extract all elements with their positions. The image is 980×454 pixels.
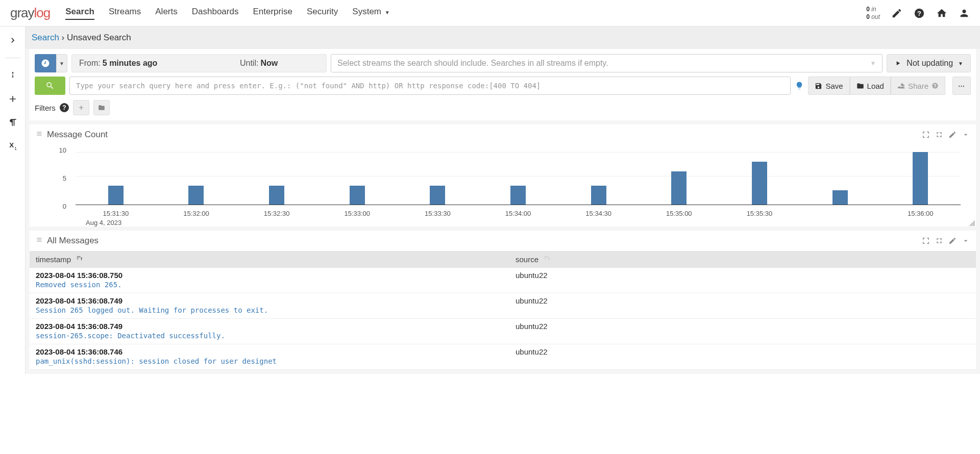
nav-dashboards[interactable]: Dashboards [192,7,239,20]
expand-icon[interactable] [935,131,943,139]
bar[interactable] [188,186,204,205]
nav-streams[interactable]: Streams [109,7,141,20]
bar[interactable] [108,186,124,205]
bar[interactable] [269,186,284,205]
table-row[interactable]: 2023-08-04 15:36:08.749Session 265 logge… [30,293,976,319]
save-button[interactable]: Save [808,77,849,95]
logo-text-2: log [34,5,51,20]
focus-icon[interactable] [922,237,930,245]
query-input[interactable] [69,77,791,95]
nav-security[interactable]: Security [307,7,338,20]
bar[interactable] [752,162,767,205]
nav-alerts[interactable]: Alerts [155,7,177,20]
chevron-down-icon[interactable] [962,131,970,139]
table-row[interactable]: 2023-08-04 15:36:08.746pam_unix(sshd:ses… [30,344,976,370]
time-range-button[interactable] [35,54,56,72]
breadcrumb-root[interactable]: Search [32,33,59,42]
timestamp-label: timestamp [36,255,71,264]
message-text: session-265.scope: Deactivated successfu… [36,332,516,340]
refresh-button[interactable]: Not updating ▼ [887,54,971,72]
user-icon[interactable] [959,8,970,19]
timestamp-column-header[interactable]: timestamp [36,255,516,264]
time-range-display[interactable]: From: 5 minutes ago Until: Now [71,54,327,72]
paragraph-icon[interactable] [7,116,19,129]
info-icon[interactable] [7,69,19,82]
edit-icon[interactable] [948,237,957,245]
search-panel: ▼ From: 5 minutes ago Until: Now Select … [30,49,976,120]
save-label: Save [825,82,843,90]
bar[interactable] [671,171,687,205]
message-timestamp: 2023-08-04 15:36:08.750 [36,271,516,280]
bar[interactable] [913,152,928,205]
sort-desc-icon[interactable] [76,255,83,264]
focus-icon[interactable] [922,131,930,139]
table-row[interactable]: 2023-08-04 15:36:08.749session-265.scope… [30,319,976,344]
breadcrumb: Search › Unsaved Search [26,27,980,49]
add-icon[interactable] [7,93,19,105]
widget-title: All Messages [47,236,99,246]
help-icon[interactable]: ? [914,8,925,19]
table-row[interactable]: 2023-08-04 15:36:08.750Removed session 2… [30,268,976,293]
y-axis: 10 5 0 [55,145,70,211]
source-cell: ubuntu22 [516,322,970,340]
filters-help-icon[interactable]: ? [60,103,69,112]
folder-filter-button[interactable] [93,100,110,115]
sidebar-divider [5,58,20,58]
bar-slot [800,147,880,205]
scratchpad-icon[interactable] [891,8,902,19]
messages-body[interactable]: 2023-08-04 15:36:08.750Removed session 2… [30,268,976,370]
chart-area: 10 5 0 15:31:3015:32:0015:32:3015:33:001… [30,145,976,226]
from-label: From: [79,59,101,68]
message-text: Session 265 logged out. Waiting for proc… [36,306,516,314]
nav-enterprise[interactable]: Enterprise [253,7,292,20]
sort-icon[interactable] [544,255,551,264]
drag-handle-icon[interactable] [36,130,43,140]
bar[interactable] [510,186,526,205]
drag-handle-icon[interactable] [36,236,43,246]
expand-icon[interactable] [935,237,943,245]
message-timestamp: 2023-08-04 15:36:08.746 [36,347,516,356]
svg-text:X: X [9,141,14,149]
home-icon[interactable] [936,8,947,19]
bar[interactable] [832,190,848,205]
until-label: Until: [240,59,258,68]
chevron-down-icon[interactable] [962,237,970,245]
messages-table: timestamp source 2023-08-04 15:36:08.750… [30,251,976,370]
search-button[interactable] [35,77,65,95]
share-button[interactable]: Share ? [891,77,945,95]
stream-select[interactable]: Select streams the search should include… [331,54,883,72]
source-column-header[interactable]: source [516,255,970,264]
resize-handle[interactable] [969,219,975,225]
play-icon [894,60,901,67]
throughput-out-lbl: out [871,13,880,20]
x-label: 15:32:30 [236,210,317,217]
logo[interactable]: graylog [10,5,50,21]
bar[interactable] [591,186,606,205]
x-label: 15:32:00 [156,210,237,217]
expand-sidebar-icon[interactable] [7,34,19,46]
widget-controls [922,237,970,245]
subscript-icon[interactable]: X1 [7,140,19,152]
x-label: 15:34:00 [478,210,558,217]
throughput-in-num: 0 [866,6,870,13]
nav-search[interactable]: Search [65,7,94,20]
bar[interactable] [430,186,445,205]
search-row-2: Save Load Share ? ⋯ [35,77,971,95]
bar[interactable] [350,186,365,205]
throughput-out-num: 0 [866,13,870,20]
load-label: Load [867,82,884,90]
x-label: 15:33:30 [398,210,478,217]
time-range-dropdown[interactable]: ▼ [56,54,67,72]
nav-items: Search Streams Alerts Dashboards Enterpr… [65,7,866,20]
x-label: 15:34:30 [558,210,639,217]
load-button[interactable]: Load [850,77,891,95]
add-filter-button[interactable] [73,100,89,115]
search-row-1: ▼ From: 5 minutes ago Until: Now Select … [35,54,971,72]
bar-slot [156,147,237,205]
bar-slot [76,147,156,205]
plot-area[interactable] [76,147,961,205]
more-button[interactable]: ⋯ [952,77,971,95]
lightbulb-icon[interactable] [795,81,804,90]
edit-icon[interactable] [948,131,957,139]
nav-system[interactable]: System ▼ [352,7,389,20]
